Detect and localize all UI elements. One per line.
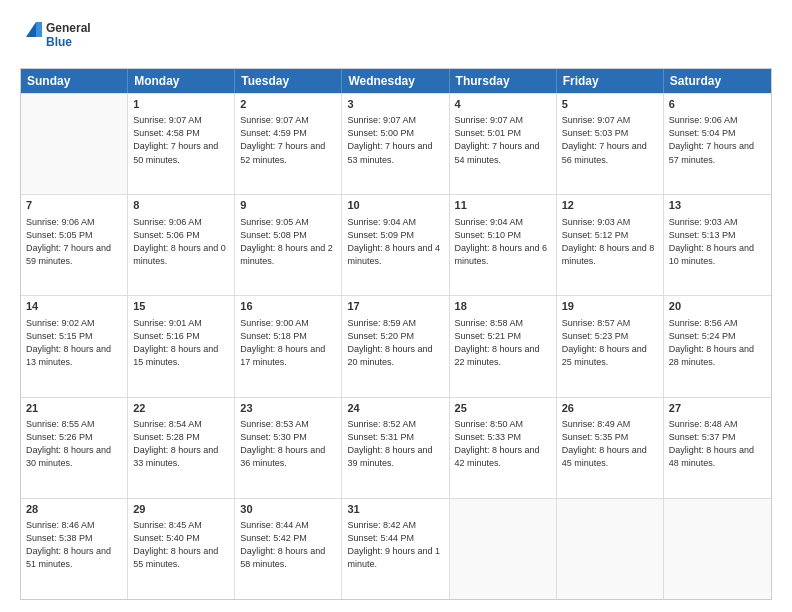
sunset-text: Sunset: 5:23 PM [562, 330, 658, 343]
day-number: 29 [133, 502, 229, 517]
sunrise-text: Sunrise: 8:44 AM [240, 519, 336, 532]
day-number: 24 [347, 401, 443, 416]
week-row-1: 1Sunrise: 9:07 AMSunset: 4:58 PMDaylight… [21, 93, 771, 194]
sunset-text: Sunset: 5:09 PM [347, 229, 443, 242]
daylight-text: Daylight: 8 hours and 20 minutes. [347, 343, 443, 369]
cal-cell: 30Sunrise: 8:44 AMSunset: 5:42 PMDayligh… [235, 499, 342, 599]
daylight-text: Daylight: 8 hours and 28 minutes. [669, 343, 766, 369]
svg-text:General: General [46, 21, 90, 35]
sunset-text: Sunset: 4:59 PM [240, 127, 336, 140]
sunset-text: Sunset: 5:42 PM [240, 532, 336, 545]
daylight-text: Daylight: 7 hours and 57 minutes. [669, 140, 766, 166]
daylight-text: Daylight: 8 hours and 15 minutes. [133, 343, 229, 369]
cal-cell: 16Sunrise: 9:00 AMSunset: 5:18 PMDayligh… [235, 296, 342, 396]
sunrise-text: Sunrise: 9:04 AM [347, 216, 443, 229]
sunset-text: Sunset: 5:16 PM [133, 330, 229, 343]
sunrise-text: Sunrise: 9:02 AM [26, 317, 122, 330]
sunrise-text: Sunrise: 8:52 AM [347, 418, 443, 431]
day-number: 30 [240, 502, 336, 517]
page: General Blue SundayMondayTuesdayWednesda… [0, 0, 792, 612]
sunset-text: Sunset: 5:08 PM [240, 229, 336, 242]
daylight-text: Daylight: 8 hours and 25 minutes. [562, 343, 658, 369]
sunrise-text: Sunrise: 9:05 AM [240, 216, 336, 229]
day-number: 25 [455, 401, 551, 416]
sunrise-text: Sunrise: 8:58 AM [455, 317, 551, 330]
sunrise-text: Sunrise: 9:07 AM [347, 114, 443, 127]
cal-cell: 8Sunrise: 9:06 AMSunset: 5:06 PMDaylight… [128, 195, 235, 295]
daylight-text: Daylight: 7 hours and 50 minutes. [133, 140, 229, 166]
sunrise-text: Sunrise: 8:57 AM [562, 317, 658, 330]
day-number: 6 [669, 97, 766, 112]
cal-cell: 10Sunrise: 9:04 AMSunset: 5:09 PMDayligh… [342, 195, 449, 295]
daylight-text: Daylight: 7 hours and 54 minutes. [455, 140, 551, 166]
daylight-text: Daylight: 7 hours and 52 minutes. [240, 140, 336, 166]
day-number: 1 [133, 97, 229, 112]
cal-cell: 20Sunrise: 8:56 AMSunset: 5:24 PMDayligh… [664, 296, 771, 396]
daylight-text: Daylight: 8 hours and 17 minutes. [240, 343, 336, 369]
sunrise-text: Sunrise: 9:03 AM [562, 216, 658, 229]
sunset-text: Sunset: 5:30 PM [240, 431, 336, 444]
sunrise-text: Sunrise: 8:53 AM [240, 418, 336, 431]
sunset-text: Sunset: 5:33 PM [455, 431, 551, 444]
cal-cell: 12Sunrise: 9:03 AMSunset: 5:12 PMDayligh… [557, 195, 664, 295]
calendar-body: 1Sunrise: 9:07 AMSunset: 4:58 PMDaylight… [21, 93, 771, 599]
day-number: 15 [133, 299, 229, 314]
header-day-friday: Friday [557, 69, 664, 93]
sunrise-text: Sunrise: 9:06 AM [26, 216, 122, 229]
sunrise-text: Sunrise: 8:49 AM [562, 418, 658, 431]
daylight-text: Daylight: 7 hours and 56 minutes. [562, 140, 658, 166]
sunset-text: Sunset: 5:24 PM [669, 330, 766, 343]
day-number: 19 [562, 299, 658, 314]
daylight-text: Daylight: 8 hours and 2 minutes. [240, 242, 336, 268]
daylight-text: Daylight: 8 hours and 48 minutes. [669, 444, 766, 470]
daylight-text: Daylight: 8 hours and 0 minutes. [133, 242, 229, 268]
daylight-text: Daylight: 8 hours and 22 minutes. [455, 343, 551, 369]
day-number: 27 [669, 401, 766, 416]
daylight-text: Daylight: 8 hours and 51 minutes. [26, 545, 122, 571]
day-number: 23 [240, 401, 336, 416]
sunset-text: Sunset: 5:38 PM [26, 532, 122, 545]
day-number: 18 [455, 299, 551, 314]
cal-cell: 7Sunrise: 9:06 AMSunset: 5:05 PMDaylight… [21, 195, 128, 295]
day-number: 3 [347, 97, 443, 112]
calendar: SundayMondayTuesdayWednesdayThursdayFrid… [20, 68, 772, 600]
sunrise-text: Sunrise: 8:50 AM [455, 418, 551, 431]
cal-cell: 2Sunrise: 9:07 AMSunset: 4:59 PMDaylight… [235, 94, 342, 194]
sunset-text: Sunset: 5:26 PM [26, 431, 122, 444]
cal-cell: 26Sunrise: 8:49 AMSunset: 5:35 PMDayligh… [557, 398, 664, 498]
cal-cell: 24Sunrise: 8:52 AMSunset: 5:31 PMDayligh… [342, 398, 449, 498]
sunset-text: Sunset: 4:58 PM [133, 127, 229, 140]
cal-cell: 9Sunrise: 9:05 AMSunset: 5:08 PMDaylight… [235, 195, 342, 295]
header-day-saturday: Saturday [664, 69, 771, 93]
day-number: 20 [669, 299, 766, 314]
logo-svg: General Blue [20, 16, 90, 58]
cal-cell: 6Sunrise: 9:06 AMSunset: 5:04 PMDaylight… [664, 94, 771, 194]
sunset-text: Sunset: 5:40 PM [133, 532, 229, 545]
daylight-text: Daylight: 8 hours and 58 minutes. [240, 545, 336, 571]
header: General Blue [20, 16, 772, 58]
svg-marker-4 [36, 22, 42, 37]
week-row-5: 28Sunrise: 8:46 AMSunset: 5:38 PMDayligh… [21, 498, 771, 599]
sunrise-text: Sunrise: 9:04 AM [455, 216, 551, 229]
day-number: 8 [133, 198, 229, 213]
sunrise-text: Sunrise: 8:45 AM [133, 519, 229, 532]
cal-cell: 23Sunrise: 8:53 AMSunset: 5:30 PMDayligh… [235, 398, 342, 498]
daylight-text: Daylight: 8 hours and 39 minutes. [347, 444, 443, 470]
cal-cell: 4Sunrise: 9:07 AMSunset: 5:01 PMDaylight… [450, 94, 557, 194]
day-number: 31 [347, 502, 443, 517]
sunrise-text: Sunrise: 9:00 AM [240, 317, 336, 330]
sunrise-text: Sunrise: 8:59 AM [347, 317, 443, 330]
week-row-3: 14Sunrise: 9:02 AMSunset: 5:15 PMDayligh… [21, 295, 771, 396]
sunrise-text: Sunrise: 8:56 AM [669, 317, 766, 330]
day-number: 13 [669, 198, 766, 213]
cal-cell: 28Sunrise: 8:46 AMSunset: 5:38 PMDayligh… [21, 499, 128, 599]
header-day-tuesday: Tuesday [235, 69, 342, 93]
sunrise-text: Sunrise: 8:48 AM [669, 418, 766, 431]
cal-cell [21, 94, 128, 194]
cal-cell: 17Sunrise: 8:59 AMSunset: 5:20 PMDayligh… [342, 296, 449, 396]
cal-cell: 29Sunrise: 8:45 AMSunset: 5:40 PMDayligh… [128, 499, 235, 599]
cal-cell [664, 499, 771, 599]
sunset-text: Sunset: 5:44 PM [347, 532, 443, 545]
day-number: 21 [26, 401, 122, 416]
daylight-text: Daylight: 8 hours and 45 minutes. [562, 444, 658, 470]
